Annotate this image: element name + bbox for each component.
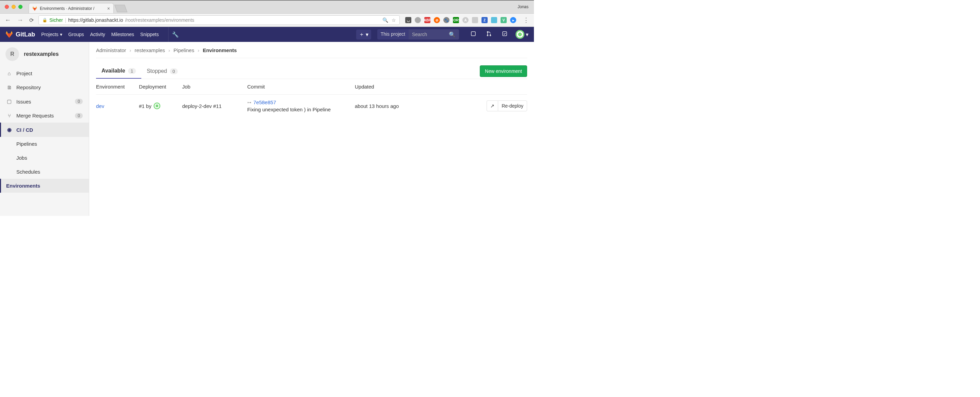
breadcrumb-pipelines[interactable]: Pipelines xyxy=(173,47,194,53)
breadcrumb-admin[interactable]: Administrator xyxy=(96,47,126,53)
sidebar-sub-schedules[interactable]: Schedules xyxy=(0,165,89,179)
job-cell: deploy-2-dev #11 xyxy=(182,103,247,109)
merge-requests-icon[interactable] xyxy=(484,31,494,38)
new-environment-button[interactable]: New environment xyxy=(480,65,527,77)
issues-icon[interactable] xyxy=(469,31,478,38)
cors-icon[interactable]: CORS xyxy=(453,17,459,23)
pocket-icon[interactable]: ◡ xyxy=(405,17,411,23)
nav-projects[interactable]: Projects ▾ xyxy=(41,32,62,37)
sidebar-item-merge-requests[interactable]: ⑂ Merge Requests 0 xyxy=(0,109,89,122)
minimize-window-icon[interactable] xyxy=(11,5,16,9)
address-bar-actions: 🔍 ☆ xyxy=(382,17,396,23)
browser-menu-icon[interactable]: ⋮ xyxy=(522,16,531,24)
breadcrumb-project[interactable]: restexamples xyxy=(135,47,165,53)
svg-rect-0 xyxy=(471,32,476,36)
sidebar-sub-environments[interactable]: Environments xyxy=(0,179,89,193)
user-menu[interactable]: ▾ xyxy=(515,30,528,39)
sidebar-item-project[interactable]: ⌂ Project xyxy=(0,67,89,80)
nav-snippets[interactable]: Snippets xyxy=(140,32,159,37)
gitlab-header: GitLab Projects ▾ Groups Activity Milest… xyxy=(0,27,534,42)
sidebar-sub-pipelines[interactable]: Pipelines xyxy=(0,137,89,151)
adblock-icon[interactable]: ABP xyxy=(424,17,430,23)
admin-wrench-icon[interactable]: 🔧 xyxy=(168,27,182,42)
browser-profile[interactable]: Jonas xyxy=(518,5,531,9)
extension-icon-3[interactable]: 🐾 xyxy=(443,17,449,23)
sidebar-item-issues[interactable]: ▢ Issues 0 xyxy=(0,94,89,109)
browser-chrome: Environments · Administrator / × Jonas ←… xyxy=(0,0,534,27)
browser-tab[interactable]: Environments · Administrator / × xyxy=(29,3,114,13)
maximize-window-icon[interactable] xyxy=(18,5,22,9)
search-scope[interactable]: This project xyxy=(377,29,409,40)
tab-stopped[interactable]: Stopped 0 xyxy=(141,64,183,78)
browser-tab-row: Environments · Administrator / × Jonas xyxy=(0,0,534,13)
commit-hash-link[interactable]: ⊶ 7e58e857 xyxy=(247,99,355,105)
updated-cell: about 13 hours ago xyxy=(355,103,443,109)
url-separator: | xyxy=(65,17,67,23)
zoom-icon[interactable]: 🔍 xyxy=(382,17,388,23)
env-name-link[interactable]: dev xyxy=(96,103,104,109)
search-icon: 🔍 xyxy=(449,31,456,38)
extension-icon-6[interactable]: Z xyxy=(482,17,488,23)
user-avatar-icon xyxy=(515,30,524,39)
deployer-avatar-icon[interactable] xyxy=(154,103,161,109)
merge-icon: ⑂ xyxy=(6,113,12,119)
issues-badge: 0 xyxy=(75,99,83,104)
new-dropdown[interactable]: ＋▾ xyxy=(356,30,371,40)
chevron-down-icon: ▾ xyxy=(366,31,368,38)
sidebar-item-repository[interactable]: 🗎 Repository xyxy=(0,80,89,94)
extension-icon[interactable] xyxy=(415,17,421,23)
chevron-right-icon: › xyxy=(129,47,131,53)
address-bar[interactable]: 🔒 Sicher | https://gitlab.jonashackt.io/… xyxy=(38,15,400,25)
gitlab-body: R restexamples ⌂ Project 🗎 Repository ▢ … xyxy=(0,42,534,216)
zoom-ext-icon[interactable]: ▸ xyxy=(510,17,516,23)
reload-button[interactable]: ⟳ xyxy=(28,17,35,24)
close-window-icon[interactable] xyxy=(5,5,9,9)
secure-label: Sicher xyxy=(49,17,63,23)
extension-icon-5[interactable] xyxy=(472,17,478,23)
col-environment: Environment xyxy=(96,84,139,89)
extension-icon-2[interactable]: ⊘ xyxy=(434,17,440,23)
col-updated: Updated xyxy=(355,84,443,89)
window-controls xyxy=(3,5,24,9)
search-box[interactable]: 🔍 xyxy=(409,29,459,40)
gitlab-logo[interactable]: GitLab xyxy=(5,31,35,38)
external-link-icon: ↗ xyxy=(490,103,495,109)
col-job: Job xyxy=(182,84,247,89)
forward-button[interactable]: → xyxy=(16,17,24,24)
col-commit: Commit xyxy=(247,84,355,89)
close-tab-icon[interactable]: × xyxy=(107,6,110,11)
redeploy-button[interactable]: Re-deploy xyxy=(498,100,527,111)
breadcrumb: Administrator › restexamples › Pipelines… xyxy=(96,47,527,58)
external-link-button[interactable]: ↗ xyxy=(487,100,498,111)
nav-activity[interactable]: Activity xyxy=(90,32,105,37)
extension-icon-4[interactable]: A xyxy=(462,17,469,23)
back-button[interactable]: ← xyxy=(3,17,12,24)
nav-milestones[interactable]: Milestones xyxy=(111,32,134,37)
row-actions: ↗ Re-deploy xyxy=(443,100,527,111)
sidebar-project-header[interactable]: R restexamples xyxy=(0,42,89,67)
url-host: https://gitlab.jonashackt.io xyxy=(68,17,123,23)
bookmark-icon[interactable]: ☆ xyxy=(391,17,396,23)
search-input[interactable] xyxy=(412,32,446,37)
rocket-icon: ◉ xyxy=(6,127,12,133)
new-tab-button[interactable] xyxy=(115,5,127,12)
mr-badge: 0 xyxy=(75,113,83,119)
commit-cell: ⊶ 7e58e857 Fixing unexpected token ) in … xyxy=(247,99,355,112)
lock-icon: 🔒 xyxy=(42,18,47,22)
home-icon: ⌂ xyxy=(6,70,12,76)
tab-title: Environments · Administrator / xyxy=(40,6,94,11)
sidebar-item-cicd[interactable]: ◉ CI / CD xyxy=(0,122,89,137)
sidebar-sub-jobs[interactable]: Jobs xyxy=(0,151,89,165)
todos-icon[interactable] xyxy=(500,31,509,38)
chevron-right-icon: › xyxy=(197,47,199,53)
deployment-cell: #1 by xyxy=(139,103,182,109)
nav-groups[interactable]: Groups xyxy=(68,32,84,37)
chevron-right-icon: › xyxy=(169,47,170,53)
gitlab-brand: GitLab xyxy=(16,31,35,38)
vue-icon[interactable]: V xyxy=(501,17,507,23)
stopped-count: 0 xyxy=(170,68,178,74)
extension-icon-7[interactable] xyxy=(491,17,497,23)
tab-available[interactable]: Available 1 xyxy=(96,64,141,79)
main-content: Administrator › restexamples › Pipelines… xyxy=(89,42,534,216)
commit-icon: ⊶ xyxy=(247,100,251,105)
